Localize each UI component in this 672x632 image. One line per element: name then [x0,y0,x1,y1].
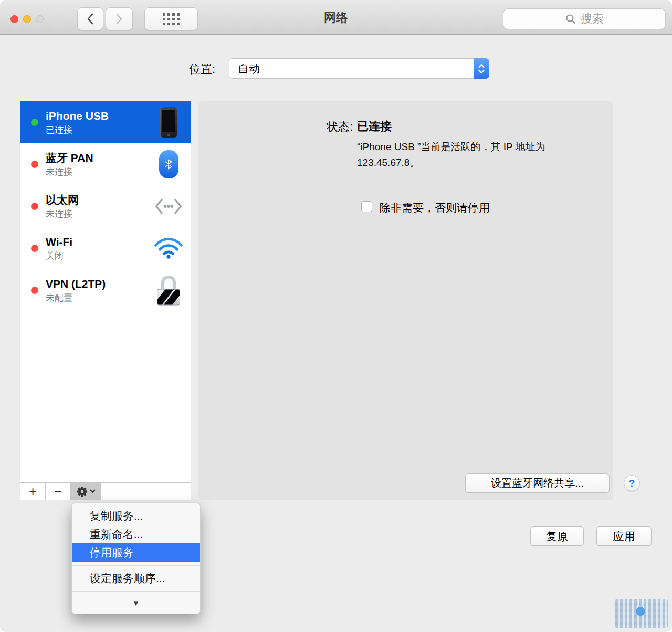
services-list: iPhone USB 已连接 蓝牙 PAN 未连接 以太网 [20,101,191,500]
service-row-bluetooth-pan[interactable]: 蓝牙 PAN 未连接 [20,143,191,185]
menu-item-set-service-order[interactable]: 设定服务顺序... [72,569,200,587]
service-status: 未连接 [46,208,79,220]
ethernet-icon [154,198,183,215]
service-row-ethernet[interactable]: 以太网 未连接 [20,185,191,227]
search-placeholder: 搜索 [581,11,604,27]
network-preferences-window: 网络 搜索 位置: 自动 iPhone USB 已连接 蓝牙 PAN [0,0,672,632]
location-value: 自动 [229,59,489,78]
status-label: 状态: [288,119,353,135]
wifi-icon [154,237,183,259]
chevron-down-icon [90,489,96,493]
window-title: 网络 [200,0,472,35]
forward-button[interactable] [106,7,133,30]
watermark-logo [615,599,668,628]
service-row-vpn-l2tp[interactable]: VPN (L2TP) 未配置 [20,269,191,311]
gear-icon [77,486,88,497]
service-name: VPN (L2TP) [46,277,106,290]
menu-item-rename-service[interactable]: 重新命名... [72,525,200,543]
setup-bluetooth-sharing-button[interactable]: 设置蓝牙网络共享... [465,473,610,493]
zoom-button[interactable] [36,15,44,23]
status-dot-off [31,245,38,252]
grid-icon [163,13,180,25]
checkbox-label: 除非需要，否则请停用 [380,201,490,215]
minimize-button[interactable] [23,15,31,23]
service-name: 蓝牙 PAN [46,151,93,164]
status-dot-disconnected [31,203,38,210]
add-service-button[interactable]: + [20,483,46,500]
remove-service-button[interactable]: − [46,483,71,500]
help-button[interactable]: ? [624,475,640,491]
menu-item-duplicate-service[interactable]: 复制服务... [72,507,200,525]
bluetooth-icon [159,150,178,178]
status-value: 已连接 [357,119,392,134]
detail-panel: 状态: 已连接 “iPhone USB ”当前是活跃的，其 IP 地址为 123… [198,101,613,500]
chevron-up-down-icon [474,58,489,79]
close-button[interactable] [10,15,18,23]
service-actions-button[interactable] [71,483,101,500]
menu-scroll-down-arrow[interactable]: ▼ [72,595,200,610]
lock-icon [157,276,180,306]
status-description: “iPhone USB ”当前是活跃的，其 IP 地址为 123.45.67.8… [357,139,598,171]
service-name: Wi-Fi [46,235,72,248]
search-icon [565,13,576,25]
service-row-wifi[interactable]: Wi-Fi 关闭 [20,227,191,269]
service-status: 未配置 [46,292,106,304]
service-name: iPhone USB [46,109,109,122]
search-input[interactable]: 搜索 [503,8,666,29]
service-name: 以太网 [46,193,79,206]
status-dot-unconfigured [31,287,38,294]
service-status: 关闭 [46,250,72,262]
service-row-iphone-usb[interactable]: iPhone USB 已连接 [20,101,191,143]
service-actions-menu: 复制服务... 重新命名... 停用服务 设定服务顺序... ▼ [71,503,201,614]
service-status: 已连接 [46,124,109,136]
services-toolbar: + − [20,482,191,500]
chevron-left-icon [87,13,94,25]
service-status: 未连接 [46,166,93,178]
show-all-button[interactable] [144,7,198,30]
location-label: 位置: [158,61,215,77]
status-dot-disconnected [31,161,38,168]
menu-separator [72,591,200,592]
location-select[interactable]: 自动 [229,58,489,79]
titlebar: 网络 搜索 [0,0,672,35]
back-button[interactable] [77,7,103,30]
status-dot-connected [31,119,38,126]
revert-button[interactable]: 复原 [530,526,584,546]
disable-unless-needed-checkbox[interactable] [361,201,372,212]
menu-separator [72,565,200,566]
chevron-right-icon [116,13,123,25]
iphone-icon [160,107,177,138]
menu-item-deactivate-service[interactable]: 停用服务 [72,543,200,562]
apply-button[interactable]: 应用 [596,526,652,546]
